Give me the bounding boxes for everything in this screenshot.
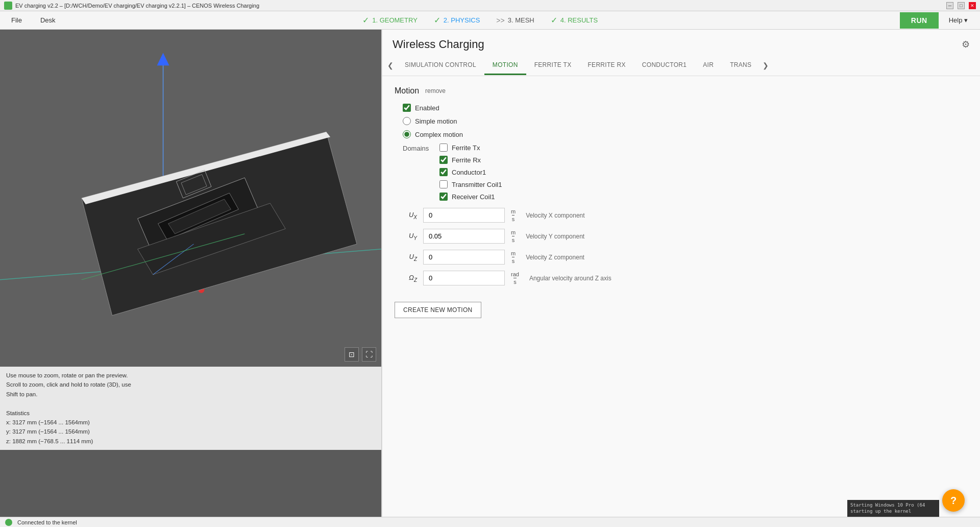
file-menu[interactable]: File	[6, 13, 27, 27]
status-bar: Connected to the kernel	[0, 517, 980, 527]
domain-item: Transmitter Coil1	[439, 180, 502, 188]
tab-conductor1[interactable]: CONDUCTOR1	[634, 56, 695, 75]
velocity-desc-3: Angular velocity around Z axis	[529, 275, 611, 282]
tab-ferrite-rx[interactable]: FERRITE RX	[579, 56, 633, 75]
tabs-right-nav[interactable]: ❯	[760, 55, 772, 76]
simple-motion-row: Simple motion	[395, 117, 968, 125]
hint-line3: Shift to pan.	[6, 390, 375, 399]
settings-icon[interactable]: ⚙	[962, 39, 970, 50]
velocity-input-z[interactable]	[423, 250, 505, 265]
tab-simulation-control[interactable]: SIMULATION CONTROL	[397, 56, 484, 75]
stat-x: x: 3127 mm (−1564 ... 1564mm)	[6, 418, 375, 427]
velocity-unit-2: ms	[511, 250, 516, 264]
geometry-check-icon: ✓	[362, 15, 369, 25]
velocity-unit-3: rads	[511, 271, 519, 284]
desk-menu[interactable]: Desk	[35, 13, 61, 27]
close-button[interactable]: ✕	[969, 2, 976, 9]
terminal-line2: starting up the kernel	[850, 508, 936, 515]
domain-checkbox-3[interactable]	[439, 180, 448, 188]
geometry-label: 1. GEOMETRY	[372, 16, 418, 24]
domain-checkbox-1[interactable]	[439, 156, 448, 164]
domains-list: Ferrite TxFerrite RxConductor1Transmitte…	[439, 143, 502, 201]
velocity-row-x: UXmsVelocity X component	[395, 208, 968, 223]
menu-right: RUN Help ▾	[900, 12, 974, 29]
domain-label-3[interactable]: Transmitter Coil1	[452, 181, 502, 188]
velocity-desc-2: Velocity Z component	[526, 254, 584, 261]
tab-results[interactable]: ✓ 4. RESULTS	[544, 12, 605, 28]
complex-motion-radio[interactable]	[403, 130, 411, 138]
maximize-button[interactable]: □	[958, 2, 965, 9]
domain-item: Ferrite Tx	[439, 143, 502, 152]
domain-label-4[interactable]: Receiver Coil1	[452, 193, 495, 201]
velocity-fields: UXmsVelocity X componentUYmsVelocity Y c…	[395, 208, 968, 285]
domain-item: Receiver Coil1	[439, 193, 502, 201]
run-button[interactable]: RUN	[900, 12, 939, 29]
simple-motion-label[interactable]: Simple motion	[415, 117, 457, 125]
help-button[interactable]: Help ▾	[943, 13, 974, 27]
stat-z: z: 1882 mm (−768.5 ... 1114 mm)	[6, 437, 375, 446]
title-bar: EV charging v2.2 – [D:/WCH/Demo/EV charg…	[0, 0, 980, 11]
velocity-input-x[interactable]	[423, 208, 505, 223]
help-float-button[interactable]: ?	[942, 489, 965, 512]
domain-label-0[interactable]: Ferrite Tx	[452, 144, 480, 152]
menu-left: File Desk	[6, 13, 61, 27]
terminal-line1: Starting Windows 10 Pro (64	[850, 502, 936, 509]
domain-item: Conductor1	[439, 168, 502, 176]
results-label: 4. RESULTS	[560, 16, 598, 24]
domain-checkbox-0[interactable]	[439, 143, 448, 152]
panel-header: Wireless Charging ⚙	[382, 30, 980, 51]
domain-checkbox-2[interactable]	[439, 168, 448, 176]
tab-physics[interactable]: ✓ 2. PHYSICS	[427, 12, 487, 28]
domain-checkbox-4[interactable]	[439, 193, 448, 201]
velocity-unit-1: ms	[511, 229, 516, 243]
viewport-controls: ⊡ ⛶	[345, 347, 376, 362]
enabled-row: Enabled	[395, 104, 968, 112]
simple-motion-radio[interactable]	[403, 117, 411, 125]
velocity-input-y[interactable]	[423, 229, 505, 244]
complex-motion-label[interactable]: Complex motion	[415, 131, 463, 138]
physics-label: 2. PHYSICS	[444, 16, 480, 24]
motion-title: Motion	[395, 86, 419, 95]
expand-view-button[interactable]: ⛶	[362, 347, 376, 362]
tab-geometry[interactable]: ✓ 1. GEOMETRY	[355, 12, 425, 28]
velocity-symbol-3: ΩZ	[403, 274, 417, 283]
menu-bar: File Desk ✓ 1. GEOMETRY ✓ 2. PHYSICS >> …	[0, 11, 980, 30]
viewport-canvas[interactable]: ⊡ ⛶	[0, 30, 381, 367]
velocity-symbol-2: UZ	[403, 253, 417, 262]
panel-tabs: ❮ SIMULATION CONTROL MOTION FERRITE TX F…	[382, 55, 980, 76]
velocity-unit-0: ms	[511, 208, 516, 222]
enabled-checkbox[interactable]	[403, 104, 411, 112]
complex-motion-row: Complex motion	[395, 130, 968, 138]
panel-title: Wireless Charging	[393, 38, 484, 51]
domain-label-1[interactable]: Ferrite Rx	[452, 156, 481, 164]
domains-label: Domains	[403, 143, 439, 201]
velocity-input-z[interactable]	[423, 271, 505, 285]
remove-link[interactable]: remove	[425, 87, 446, 94]
create-motion-button[interactable]: CREATE NEW MOTION	[395, 302, 481, 318]
minimize-button[interactable]: ─	[946, 2, 953, 9]
viewport-info: Use mouse to zoom, rotate or pan the pre…	[0, 367, 381, 450]
tab-mesh[interactable]: >> 3. MESH	[489, 13, 541, 28]
stat-y: y: 3127 mm (−1564 ... 1564mm)	[6, 427, 375, 436]
hint-line1: Use mouse to zoom, rotate or pan the pre…	[6, 371, 375, 380]
tab-motion[interactable]: MOTION	[484, 56, 526, 75]
velocity-desc-1: Velocity Y component	[526, 233, 584, 240]
physics-check-icon: ✓	[434, 15, 440, 25]
tab-air[interactable]: AIR	[695, 56, 722, 75]
mesh-label: 3. MESH	[508, 16, 534, 24]
tab-trans[interactable]: TRANS	[722, 56, 760, 75]
velocity-symbol-0: UX	[403, 211, 417, 220]
tab-ferrite-tx[interactable]: FERRITE TX	[526, 56, 580, 75]
domain-label-2[interactable]: Conductor1	[452, 169, 486, 176]
results-check-icon: ✓	[551, 15, 557, 25]
window-controls[interactable]: ─ □ ✕	[946, 2, 976, 9]
app-icon	[4, 2, 12, 10]
velocity-row-y: UYmsVelocity Y component	[395, 229, 968, 244]
domains-row: Domains Ferrite TxFerrite RxConductor1Tr…	[395, 143, 968, 201]
right-panel: Wireless Charging ⚙ ❮ SIMULATION CONTROL…	[382, 30, 980, 517]
workflow-tabs: ✓ 1. GEOMETRY ✓ 2. PHYSICS >> 3. MESH ✓ …	[355, 12, 605, 28]
fit-view-button[interactable]: ⊡	[345, 347, 359, 362]
motion-section-header: Motion remove	[395, 86, 968, 95]
enabled-label[interactable]: Enabled	[415, 104, 439, 112]
tabs-left-nav[interactable]: ❮	[384, 55, 397, 76]
